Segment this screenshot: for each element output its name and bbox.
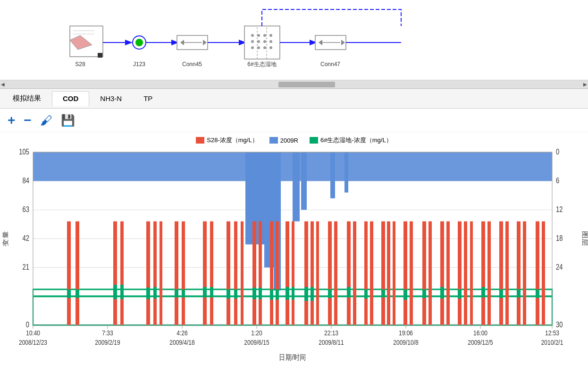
svg-rect-137: [347, 287, 351, 298]
svg-text:12: 12: [556, 205, 563, 214]
svg-text:2009/12/5: 2009/12/5: [468, 339, 493, 346]
svg-rect-72: [153, 222, 157, 325]
chart-area: S28-浓度（mg/L） 2009R 6#生态湿地-浓度（mg/L）: [0, 132, 588, 375]
svg-text:2009/4/18: 2009/4/18: [169, 339, 194, 346]
svg-text:2009/8/11: 2009/8/11: [319, 339, 344, 346]
svg-rect-104: [446, 222, 450, 325]
svg-rect-116: [67, 290, 71, 298]
svg-rect-101: [422, 222, 426, 325]
svg-rect-147: [536, 290, 539, 298]
svg-rect-85: [286, 222, 289, 325]
svg-rect-125: [210, 287, 213, 298]
svg-point-23: [251, 46, 254, 49]
scroll-right-arrow[interactable]: ▶: [583, 82, 587, 87]
svg-rect-77: [210, 222, 213, 325]
svg-rect-14: [244, 26, 280, 59]
svg-rect-107: [470, 222, 473, 325]
svg-rect-113: [523, 222, 526, 325]
tab-nh3n[interactable]: NH3-N: [89, 91, 133, 106]
svg-text:日期/时间: 日期/时间: [279, 353, 306, 361]
svg-rect-139: [381, 290, 385, 298]
svg-text:0: 0: [556, 148, 559, 156]
svg-rect-144: [481, 287, 485, 298]
svg-rect-106: [464, 222, 467, 325]
svg-text:21: 21: [23, 263, 29, 272]
svg-rect-96: [381, 222, 385, 325]
scroll-left-arrow[interactable]: ◀: [1, 82, 5, 87]
legend-2009r: 2009R: [269, 137, 298, 144]
svg-rect-75: [182, 222, 185, 325]
tab-tp[interactable]: TP: [133, 91, 163, 106]
tab-cod[interactable]: COD: [52, 91, 89, 106]
node-conn47-label: Conn47: [320, 61, 340, 68]
svg-text:24: 24: [556, 263, 563, 272]
svg-text:12:53: 12:53: [545, 329, 559, 337]
add-button[interactable]: +: [6, 113, 17, 128]
svg-text:图层: 图层: [581, 231, 588, 247]
svg-rect-94: [364, 222, 368, 325]
svg-rect-86: [292, 222, 294, 325]
tabs-bar: 模拟结果 COD NH3-N TP: [0, 89, 588, 109]
svg-rect-136: [328, 290, 332, 298]
svg-text:10:40: 10:40: [26, 329, 40, 337]
svg-rect-102: [428, 222, 432, 325]
node-j123-label: J123: [133, 61, 145, 68]
svg-rect-93: [353, 222, 356, 325]
svg-text:1:20: 1:20: [251, 329, 262, 337]
tab-simulate[interactable]: 模拟结果: [2, 91, 52, 106]
svg-text:2008/12/23: 2008/12/23: [19, 339, 47, 346]
svg-rect-83: [270, 222, 273, 325]
svg-point-15: [251, 34, 254, 37]
svg-rect-118: [113, 285, 117, 299]
svg-rect-80: [241, 222, 244, 325]
svg-rect-110: [499, 222, 503, 325]
svg-rect-92: [347, 222, 351, 325]
svg-point-19: [251, 40, 254, 43]
clear-button[interactable]: 🖌: [38, 113, 54, 128]
svg-rect-105: [458, 222, 462, 325]
svg-point-20: [257, 40, 260, 43]
svg-rect-119: [120, 285, 124, 299]
svg-text:18: 18: [556, 234, 563, 243]
svg-rect-138: [364, 290, 368, 299]
svg-rect-140: [403, 290, 407, 300]
node-s28-label: S28: [75, 61, 85, 68]
svg-text:22:13: 22:13: [324, 329, 338, 337]
svg-rect-61: [293, 152, 300, 221]
svg-rect-122: [175, 290, 178, 298]
svg-rect-135: [311, 287, 314, 301]
svg-rect-98: [393, 222, 395, 325]
svg-rect-82: [259, 222, 262, 325]
svg-rect-127: [234, 290, 237, 299]
legend-swatch-2009r: [269, 137, 278, 144]
svg-point-25: [263, 46, 266, 49]
svg-rect-62: [301, 152, 307, 210]
svg-point-18: [269, 34, 272, 37]
svg-rect-91: [334, 222, 337, 325]
scrollbar-thumb[interactable]: [278, 82, 335, 87]
svg-rect-129: [259, 288, 262, 299]
diagram-area: S28 J123 Conn45 6#生态湿地: [0, 0, 588, 80]
svg-rect-109: [487, 222, 491, 325]
svg-rect-126: [227, 290, 230, 299]
svg-point-17: [263, 34, 266, 37]
svg-rect-123: [182, 290, 185, 298]
svg-rect-73: [160, 222, 162, 325]
svg-text:105: 105: [19, 148, 29, 156]
svg-rect-142: [440, 287, 444, 298]
svg-text:16:00: 16:00: [473, 329, 487, 337]
remove-button[interactable]: −: [22, 113, 33, 128]
svg-rect-121: [153, 287, 157, 298]
svg-rect-68: [76, 222, 79, 325]
svg-rect-114: [536, 222, 539, 325]
svg-text:84: 84: [23, 177, 29, 185]
legend-swatch-wetland: [310, 137, 318, 144]
svg-point-24: [257, 46, 260, 49]
save-button[interactable]: 💾: [59, 114, 77, 127]
horizontal-scrollbar[interactable]: ◀ ▶: [0, 80, 588, 89]
svg-text:6: 6: [556, 177, 559, 185]
svg-rect-141: [422, 290, 426, 298]
svg-text:2009/6/15: 2009/6/15: [244, 339, 269, 346]
svg-rect-79: [234, 222, 237, 325]
svg-rect-76: [203, 222, 207, 325]
